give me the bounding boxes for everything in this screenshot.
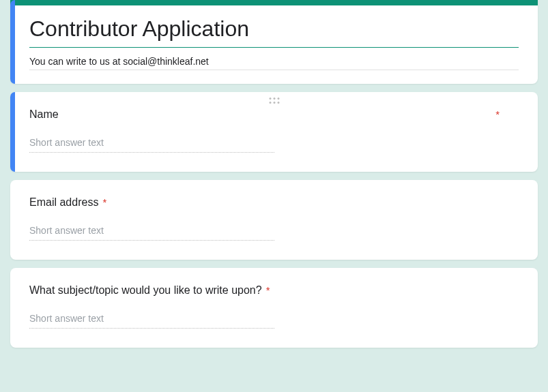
- required-indicator: *: [266, 284, 270, 296]
- question-label[interactable]: Email address: [29, 196, 98, 209]
- selection-left-bar: [10, 0, 15, 84]
- question-card-email[interactable]: Email address *: [10, 180, 538, 260]
- short-answer-input: [29, 312, 274, 329]
- form-description[interactable]: You can write to us at social@thinkleaf.…: [29, 56, 519, 70]
- drag-handle-icon[interactable]: [269, 97, 279, 104]
- short-answer-input: [29, 136, 274, 153]
- form-title[interactable]: Contributor Application: [29, 16, 519, 48]
- required-indicator: *: [102, 196, 106, 208]
- question-label[interactable]: Name: [29, 108, 491, 121]
- form-header-card[interactable]: Contributor Application You can write to…: [10, 0, 538, 84]
- question-card-name[interactable]: Name *: [10, 92, 538, 172]
- selection-left-bar: [10, 92, 15, 172]
- required-indicator: *: [495, 108, 500, 120]
- question-card-subject[interactable]: What subject/topic would you like to wri…: [10, 268, 538, 348]
- question-label[interactable]: What subject/topic would you like to wri…: [29, 284, 262, 297]
- short-answer-input: [29, 224, 274, 241]
- theme-top-bar: [10, 0, 538, 5]
